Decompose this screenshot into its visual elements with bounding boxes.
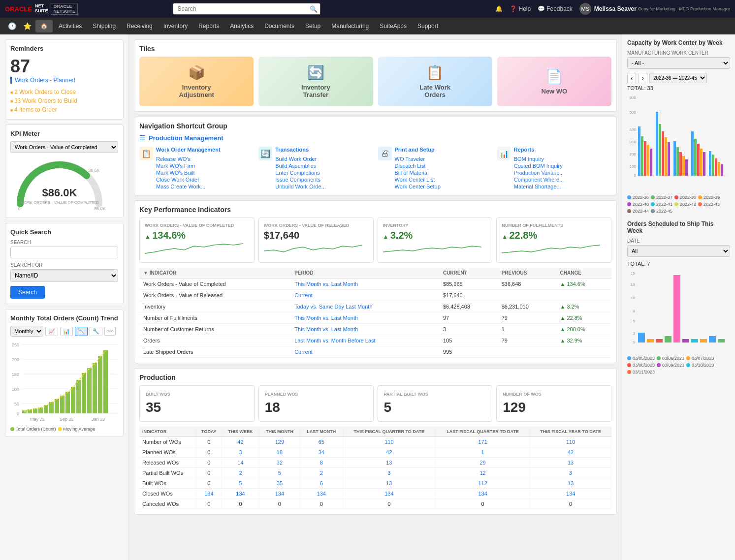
kpi-meter-select[interactable]: Work Orders - Value of Completed bbox=[10, 141, 118, 153]
chart-more-btn[interactable]: 🔧 bbox=[90, 327, 102, 336]
tile-new-wo[interactable]: 📄 New WO bbox=[497, 57, 611, 106]
nav-setup[interactable]: Setup bbox=[300, 20, 325, 32]
chart-area-btn[interactable]: 📊 bbox=[60, 327, 73, 336]
kpi-card-0-label: WORK ORDERS - VALUE OF COMPLETED bbox=[145, 223, 249, 228]
kpi-period-1[interactable]: Current bbox=[290, 290, 439, 301]
kpi-previous-0: $36,648 bbox=[498, 279, 556, 290]
svg-rect-61 bbox=[676, 147, 679, 176]
kpi-period-6[interactable]: Current bbox=[290, 346, 439, 358]
nav-reports[interactable]: Reports bbox=[193, 20, 224, 32]
nav-shortcut-group-name[interactable]: Production Management bbox=[149, 134, 224, 142]
nav-activities[interactable]: Activities bbox=[54, 20, 87, 32]
tile-late-work-orders[interactable]: 📋 Late WorkOrders bbox=[378, 57, 492, 106]
orders-ship-title: Orders Scheduled to Ship This Week bbox=[627, 220, 730, 234]
svg-rect-69 bbox=[703, 152, 705, 176]
shortcut-item-1-3[interactable]: Issue Components bbox=[275, 176, 326, 183]
svg-text:150: 150 bbox=[12, 372, 19, 377]
user-info[interactable]: MS Melissa Seaver Copy for Marketing · M… bbox=[579, 3, 730, 15]
prod-cell-5-6: 134 bbox=[436, 489, 530, 499]
kpi-th-period: PERIOD bbox=[290, 268, 439, 279]
shortcut-item-3-3[interactable]: Component Where... bbox=[514, 176, 564, 183]
prod-cell-6-4: 0 bbox=[300, 499, 343, 509]
chart-line-btn[interactable]: 📈 bbox=[45, 327, 58, 336]
prod-cell-0-4: 65 bbox=[300, 437, 343, 447]
shortcut-item-1-2[interactable]: Enter Completions bbox=[275, 169, 326, 176]
svg-text:10: 10 bbox=[631, 296, 635, 300]
qs-search-button[interactable]: Search bbox=[10, 286, 45, 299]
reminder-item-0[interactable]: 2 Work Orders to Close bbox=[10, 88, 118, 96]
shortcut-item-3-0[interactable]: BOM Inquiry bbox=[514, 156, 564, 162]
home-btn[interactable]: 🏠 bbox=[35, 20, 53, 32]
kpi-period-5[interactable]: Last Month vs. Month Before Last bbox=[290, 335, 439, 346]
shortcut-item-2-4[interactable]: Work Center Setup bbox=[395, 183, 441, 190]
nav-documents[interactable]: Documents bbox=[259, 20, 299, 32]
shortcut-item-3-1[interactable]: Costed BOM Inquiry bbox=[514, 162, 564, 169]
qs-search-input[interactable] bbox=[10, 247, 118, 258]
prod-table-row-2: Released WOs014328132913 bbox=[139, 458, 611, 468]
shortcut-item-3-2[interactable]: Production Varianc... bbox=[514, 169, 564, 176]
shortcut-item-1-0[interactable]: Build Work Order bbox=[275, 156, 326, 162]
kpi-period-3[interactable]: This Month vs. Last Month bbox=[290, 312, 439, 324]
shortcut-item-0-4[interactable]: Mass Create Work... bbox=[156, 183, 221, 190]
shortcut-item-0-2[interactable]: Mark WO's Built bbox=[156, 169, 221, 176]
nav-analytics[interactable]: Analytics bbox=[225, 20, 258, 32]
svg-text:0: 0 bbox=[634, 173, 637, 178]
nav-shipping[interactable]: Shipping bbox=[88, 20, 121, 32]
transactions-icon: 🔄 bbox=[258, 147, 272, 160]
nav-inventory[interactable]: Inventory bbox=[159, 20, 192, 32]
prod-cell-3-3: 5 bbox=[259, 468, 300, 478]
reminder-item-2[interactable]: 4 Items to Order bbox=[10, 105, 118, 114]
orders-ship-date-select[interactable]: All bbox=[627, 245, 730, 257]
search-input[interactable] bbox=[173, 3, 320, 15]
kpi-period-0[interactable]: This Month vs. Last Month bbox=[290, 279, 439, 290]
shortcut-item-3-4[interactable]: Material Shortage... bbox=[514, 183, 564, 190]
top-actions: 🔔 ❓ Help 💬 Feedback MS Melissa Seaver Co… bbox=[495, 3, 730, 15]
shortcut-item-0-0[interactable]: Release WO's bbox=[156, 156, 221, 162]
shortcut-item-2-3[interactable]: Work Center List bbox=[395, 176, 441, 183]
help-btn[interactable]: ❓ Help bbox=[510, 5, 531, 12]
kpi-period-4[interactable]: This Month vs. Last Month bbox=[290, 324, 439, 335]
kpi-card-1: WORK ORDERS - VALUE OF RELEASED $17,640 bbox=[258, 218, 374, 263]
nav-receiving[interactable]: Receiving bbox=[122, 20, 158, 32]
kpi-change-2: ▲ 3.2% bbox=[556, 301, 612, 312]
history-btn[interactable]: 🕐 bbox=[5, 20, 19, 32]
trend-period-select[interactable]: Monthly bbox=[10, 326, 43, 337]
ship-legend-6: 03/11/2023 bbox=[627, 370, 655, 374]
week-range-select[interactable]: 2022-36 — 2022-45 bbox=[649, 73, 707, 83]
feedback-btn[interactable]: 💬 Feedback bbox=[538, 5, 573, 12]
shortcut-item-0-3[interactable]: Close Work Order bbox=[156, 176, 221, 183]
qs-searchfor-label: SEARCH FOR bbox=[10, 262, 118, 268]
prod-table-row-4: Built WOs053561311213 bbox=[139, 478, 611, 489]
prod-th-indicator: INDICATOR bbox=[139, 427, 196, 437]
reminder-item-1[interactable]: 33 Work Orders to Build bbox=[10, 96, 118, 105]
kpi-th-indicator: ▼ INDICATOR bbox=[139, 268, 290, 279]
prod-cell-2-6: 29 bbox=[436, 458, 530, 468]
kpi-period-2[interactable]: Today vs. Same Day Last Month bbox=[290, 301, 439, 312]
kpi-meter-card: KPI Meter Work Orders - Value of Complet… bbox=[5, 124, 124, 218]
week-prev-btn[interactable]: ‹ bbox=[627, 73, 636, 83]
notifications-btn[interactable]: 🔔 bbox=[495, 5, 503, 12]
svg-rect-23 bbox=[55, 399, 59, 413]
tile-late-wo-icon: 📋 bbox=[426, 64, 444, 81]
chart-bar-btn[interactable]: 📉 bbox=[75, 327, 88, 336]
nav-suiteapps[interactable]: SuiteApps bbox=[375, 20, 412, 32]
shortcut-item-1-4[interactable]: Unbuild Work Orde... bbox=[275, 183, 326, 190]
svg-text:0: 0 bbox=[633, 340, 636, 344]
qs-searchfor-select[interactable]: Name/ID bbox=[10, 269, 118, 282]
shortcut-item-2-0[interactable]: WO Traveler bbox=[395, 156, 441, 162]
kpi-current-1: $17,640 bbox=[439, 290, 498, 301]
favorites-btn[interactable]: ⭐ bbox=[20, 20, 34, 32]
wc-select[interactable]: - All - bbox=[627, 57, 730, 69]
shortcut-item-0-1[interactable]: Mark WO's Firm bbox=[156, 162, 221, 169]
prod-cell-0-0: Number of WOs bbox=[139, 437, 196, 447]
chart-wave-btn[interactable]: 〰 bbox=[104, 327, 116, 336]
shortcut-item-2-1[interactable]: Dispatch List bbox=[395, 162, 441, 169]
nav-support[interactable]: Support bbox=[413, 20, 443, 32]
tile-inventory-transfer[interactable]: 🔄 InventoryTransfer bbox=[258, 57, 373, 106]
tile-inventory-adjustment[interactable]: 📦 InventoryAdjustment bbox=[139, 57, 254, 106]
week-next-btn[interactable]: › bbox=[638, 73, 647, 83]
shortcut-item-2-2[interactable]: Bill of Material bbox=[395, 169, 441, 176]
nav-manufacturing[interactable]: Manufacturing bbox=[326, 20, 374, 32]
svg-rect-89 bbox=[638, 333, 645, 342]
shortcut-item-1-1[interactable]: Build Assemblies bbox=[275, 162, 326, 169]
